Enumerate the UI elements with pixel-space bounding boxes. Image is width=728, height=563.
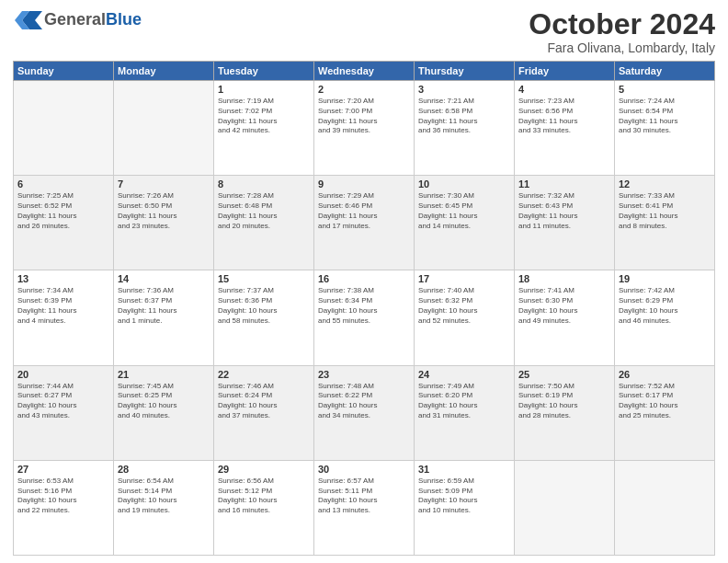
day-info: Sunrise: 7:34 AM Sunset: 6:39 PM Dayligh… (17, 286, 109, 326)
col-wednesday: Wednesday (314, 62, 415, 81)
logo-icon (13, 9, 42, 31)
calendar-cell: 27Sunrise: 6:53 AM Sunset: 5:16 PM Dayli… (14, 460, 114, 555)
calendar-cell: 22Sunrise: 7:46 AM Sunset: 6:24 PM Dayli… (214, 365, 314, 460)
day-info: Sunrise: 7:40 AM Sunset: 6:32 PM Dayligh… (418, 286, 510, 326)
day-info: Sunrise: 7:24 AM Sunset: 6:54 PM Dayligh… (619, 97, 711, 136)
col-sunday: Sunday (14, 62, 114, 81)
day-number: 3 (418, 84, 510, 95)
day-number: 24 (418, 369, 510, 380)
day-info: Sunrise: 7:26 AM Sunset: 6:50 PM Dayligh… (118, 191, 210, 231)
month-title: October 2024 (529, 9, 715, 39)
day-info: Sunrise: 7:33 AM Sunset: 6:41 PM Dayligh… (619, 191, 711, 231)
day-number: 12 (619, 178, 711, 190)
calendar-cell: 18Sunrise: 7:41 AM Sunset: 6:30 PM Dayli… (515, 270, 615, 365)
day-number: 5 (619, 84, 711, 95)
page: GeneralBlue October 2024 Fara Olivana, L… (0, 0, 728, 563)
day-number: 1 (218, 84, 310, 95)
col-monday: Monday (114, 62, 214, 81)
calendar-cell: 5Sunrise: 7:24 AM Sunset: 6:54 PM Daylig… (615, 81, 715, 176)
day-number: 30 (318, 464, 410, 475)
calendar-cell: 8Sunrise: 7:28 AM Sunset: 6:48 PM Daylig… (214, 176, 314, 270)
calendar-cell: 14Sunrise: 7:36 AM Sunset: 6:37 PM Dayli… (114, 270, 214, 365)
header: GeneralBlue October 2024 Fara Olivana, L… (13, 9, 715, 55)
calendar-cell: 10Sunrise: 7:30 AM Sunset: 6:45 PM Dayli… (415, 176, 515, 270)
calendar-cell: 9Sunrise: 7:29 AM Sunset: 6:46 PM Daylig… (314, 176, 415, 270)
logo: GeneralBlue (13, 9, 142, 31)
calendar-cell: 24Sunrise: 7:49 AM Sunset: 6:20 PM Dayli… (415, 365, 515, 460)
calendar-cell: 3Sunrise: 7:21 AM Sunset: 6:58 PM Daylig… (415, 81, 515, 176)
day-info: Sunrise: 7:23 AM Sunset: 6:56 PM Dayligh… (518, 97, 610, 136)
calendar-cell: 11Sunrise: 7:32 AM Sunset: 6:43 PM Dayli… (515, 176, 615, 270)
day-info: Sunrise: 7:46 AM Sunset: 6:24 PM Dayligh… (218, 382, 310, 421)
day-info: Sunrise: 7:52 AM Sunset: 6:17 PM Dayligh… (619, 382, 711, 421)
calendar-cell: 17Sunrise: 7:40 AM Sunset: 6:32 PM Dayli… (415, 270, 515, 365)
calendar-cell: 6Sunrise: 7:25 AM Sunset: 6:52 PM Daylig… (14, 176, 114, 270)
day-number: 6 (17, 178, 109, 190)
day-info: Sunrise: 7:19 AM Sunset: 7:02 PM Dayligh… (218, 97, 310, 136)
calendar-cell: 23Sunrise: 7:48 AM Sunset: 6:22 PM Dayli… (314, 365, 415, 460)
day-number: 25 (518, 369, 610, 380)
day-info: Sunrise: 7:42 AM Sunset: 6:29 PM Dayligh… (619, 286, 711, 326)
day-info: Sunrise: 6:56 AM Sunset: 5:12 PM Dayligh… (218, 477, 310, 516)
day-number: 27 (17, 464, 109, 475)
col-saturday: Saturday (615, 62, 715, 81)
col-friday: Friday (515, 62, 615, 81)
day-number: 7 (118, 178, 210, 190)
calendar-table: Sunday Monday Tuesday Wednesday Thursday… (13, 61, 715, 556)
calendar-cell: 20Sunrise: 7:44 AM Sunset: 6:27 PM Dayli… (14, 365, 114, 460)
day-info: Sunrise: 6:53 AM Sunset: 5:16 PM Dayligh… (17, 477, 109, 516)
calendar-cell: 4Sunrise: 7:23 AM Sunset: 6:56 PM Daylig… (515, 81, 615, 176)
day-number: 13 (17, 273, 109, 284)
calendar-cell: 26Sunrise: 7:52 AM Sunset: 6:17 PM Dayli… (615, 365, 715, 460)
logo-blue-text: Blue (106, 10, 142, 29)
day-number: 19 (619, 273, 711, 284)
day-info: Sunrise: 6:54 AM Sunset: 5:14 PM Dayligh… (118, 477, 210, 516)
calendar-cell: 7Sunrise: 7:26 AM Sunset: 6:50 PM Daylig… (114, 176, 214, 270)
calendar-cell: 19Sunrise: 7:42 AM Sunset: 6:29 PM Dayli… (615, 270, 715, 365)
day-info: Sunrise: 7:49 AM Sunset: 6:20 PM Dayligh… (418, 382, 510, 421)
day-number: 9 (318, 178, 410, 190)
calendar-header-row: Sunday Monday Tuesday Wednesday Thursday… (14, 62, 715, 81)
day-number: 28 (118, 464, 210, 475)
day-number: 17 (418, 273, 510, 284)
calendar-week-row: 13Sunrise: 7:34 AM Sunset: 6:39 PM Dayli… (14, 270, 715, 365)
day-number: 11 (518, 178, 610, 190)
calendar-cell: 31Sunrise: 6:59 AM Sunset: 5:09 PM Dayli… (415, 460, 515, 555)
day-number: 10 (418, 178, 510, 190)
day-number: 22 (218, 369, 310, 380)
calendar-cell: 25Sunrise: 7:50 AM Sunset: 6:19 PM Dayli… (515, 365, 615, 460)
day-number: 23 (318, 369, 410, 380)
day-info: Sunrise: 7:25 AM Sunset: 6:52 PM Dayligh… (17, 191, 109, 231)
day-info: Sunrise: 7:21 AM Sunset: 6:58 PM Dayligh… (418, 97, 510, 136)
calendar-week-row: 1Sunrise: 7:19 AM Sunset: 7:02 PM Daylig… (14, 81, 715, 176)
calendar-cell: 29Sunrise: 6:56 AM Sunset: 5:12 PM Dayli… (214, 460, 314, 555)
day-info: Sunrise: 7:20 AM Sunset: 7:00 PM Dayligh… (318, 97, 410, 136)
day-info: Sunrise: 7:28 AM Sunset: 6:48 PM Dayligh… (218, 191, 310, 231)
calendar-week-row: 20Sunrise: 7:44 AM Sunset: 6:27 PM Dayli… (14, 365, 715, 460)
day-info: Sunrise: 7:32 AM Sunset: 6:43 PM Dayligh… (518, 191, 610, 231)
day-number: 21 (118, 369, 210, 380)
calendar-cell: 30Sunrise: 6:57 AM Sunset: 5:11 PM Dayli… (314, 460, 415, 555)
header-right: October 2024 Fara Olivana, Lombardy, Ita… (529, 9, 715, 55)
day-info: Sunrise: 7:45 AM Sunset: 6:25 PM Dayligh… (118, 382, 210, 421)
calendar-cell: 15Sunrise: 7:37 AM Sunset: 6:36 PM Dayli… (214, 270, 314, 365)
calendar-cell: 2Sunrise: 7:20 AM Sunset: 7:00 PM Daylig… (314, 81, 415, 176)
day-info: Sunrise: 7:38 AM Sunset: 6:34 PM Dayligh… (318, 286, 410, 326)
calendar-cell (515, 460, 615, 555)
col-tuesday: Tuesday (214, 62, 314, 81)
day-number: 29 (218, 464, 310, 475)
day-info: Sunrise: 7:30 AM Sunset: 6:45 PM Dayligh… (418, 191, 510, 231)
calendar-cell: 21Sunrise: 7:45 AM Sunset: 6:25 PM Dayli… (114, 365, 214, 460)
day-number: 14 (118, 273, 210, 284)
day-number: 16 (318, 273, 410, 284)
day-info: Sunrise: 7:50 AM Sunset: 6:19 PM Dayligh… (518, 382, 610, 421)
calendar-cell: 12Sunrise: 7:33 AM Sunset: 6:41 PM Dayli… (615, 176, 715, 270)
day-number: 18 (518, 273, 610, 284)
day-number: 31 (418, 464, 510, 475)
calendar-cell: 1Sunrise: 7:19 AM Sunset: 7:02 PM Daylig… (214, 81, 314, 176)
day-info: Sunrise: 6:57 AM Sunset: 5:11 PM Dayligh… (318, 477, 410, 516)
day-number: 20 (17, 369, 109, 380)
day-info: Sunrise: 7:36 AM Sunset: 6:37 PM Dayligh… (118, 286, 210, 326)
day-number: 4 (518, 84, 610, 95)
calendar-week-row: 27Sunrise: 6:53 AM Sunset: 5:16 PM Dayli… (14, 460, 715, 555)
